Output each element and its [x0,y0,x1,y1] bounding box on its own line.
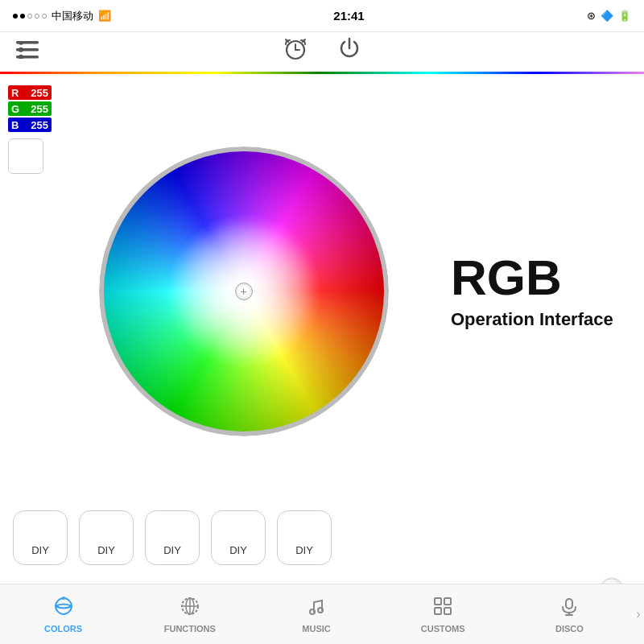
svg-rect-18 [435,608,441,614]
nav-bar [0,32,644,74]
signal-dot-4 [35,14,39,19]
wheel-center-dot[interactable]: + [235,283,253,300]
tab-colors[interactable]: COLORS [0,584,126,644]
signal-dot-5 [42,14,47,19]
tab-music-label: MUSIC [302,624,330,634]
power-icon[interactable] [337,36,361,68]
svg-rect-20 [566,599,572,609]
color-wheel-container[interactable]: + [99,147,389,436]
tab-bar: COLORS FUNCTIONS MUSIC [0,584,644,644]
tab-customs-label: CUSTOMS [421,624,465,634]
svg-rect-16 [435,598,441,605]
color-swatch [8,138,43,174]
battery-icon: 🔋 [618,10,631,22]
diy-button-1[interactable]: DIY [13,510,68,565]
diy-button-5[interactable]: DIY [277,510,332,565]
svg-point-5 [19,54,23,58]
status-bar: 中国移动 📶 21:41 ⊛ 🔷 🔋 [0,0,644,32]
rgb-title: RGB [451,253,562,303]
tab-music[interactable]: MUSIC [253,584,379,644]
diy-label-2: DIY [97,544,115,556]
svg-rect-19 [444,608,451,614]
svg-point-3 [19,41,23,45]
g-label: G 255 [8,101,52,116]
right-panel: RGB Operation Interface [427,82,636,501]
rgb-subtitle: Operation Interface [451,309,613,330]
signal-dot-1 [13,14,18,19]
signal-dots [13,14,47,19]
music-icon [306,596,327,621]
functions-icon [180,596,200,621]
status-left: 中国移动 📶 [13,9,111,23]
customs-icon [432,596,453,621]
diy-section: DIY DIY DIY DIY DIY [0,501,644,572]
tab-colors-label: COLORS [44,624,82,634]
diy-button-4[interactable]: DIY [211,510,266,565]
tab-functions-label: FUNCTIONS [164,624,216,634]
color-wheel-area[interactable]: + [60,82,427,501]
disco-icon [559,596,580,621]
wifi-icon: 📶 [98,10,111,22]
menu-icon[interactable] [16,41,39,64]
diy-label-5: DIY [295,544,313,556]
carrier-label: 中国移动 [52,9,93,23]
main-content: R 255 G 255 B 255 + RGB Operation Interf… [0,74,644,501]
svg-point-9 [62,597,65,600]
diy-label-1: DIY [31,544,49,556]
nav-center-icons [283,36,361,68]
bluetooth-icon: 🔷 [601,10,613,22]
svg-point-4 [19,47,23,52]
diy-label-4: DIY [229,544,247,556]
diy-button-3[interactable]: DIY [145,510,200,565]
tab-disco-label: DISCO [555,624,584,634]
svg-point-14 [310,609,315,614]
signal-dot-2 [20,14,25,19]
tab-functions[interactable]: FUNCTIONS [126,584,253,644]
tab-customs[interactable]: CUSTOMS [380,584,506,644]
clock-status-icon: ⊛ [587,10,596,22]
diy-button-2[interactable]: DIY [79,510,134,565]
status-right: ⊛ 🔷 🔋 [587,10,631,22]
svg-point-15 [318,608,323,613]
tab-disco[interactable]: DISCO [506,584,633,644]
left-panel: R 255 G 255 B 255 [8,82,60,501]
status-time: 21:41 [333,9,364,23]
colors-icon [53,596,74,621]
r-label: R 255 [8,85,52,100]
tab-more-arrow[interactable]: › [633,584,644,645]
signal-dot-3 [27,14,32,19]
b-label: B 255 [8,118,52,132]
diy-label-3: DIY [163,544,181,556]
alarm-icon[interactable] [283,36,308,68]
svg-rect-17 [444,598,451,605]
